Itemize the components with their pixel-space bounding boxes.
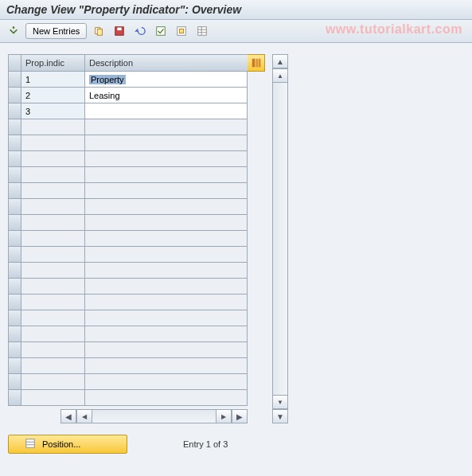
row-selector[interactable] bbox=[8, 215, 21, 231]
scroll-right-last-icon[interactable]: ▶ bbox=[232, 409, 248, 423]
cell-description[interactable] bbox=[84, 310, 248, 326]
cell-indicator[interactable] bbox=[21, 247, 84, 263]
copy-icon[interactable] bbox=[90, 23, 107, 39]
select-all-cell[interactable] bbox=[8, 54, 21, 72]
scroll-down-icon[interactable]: ▼ bbox=[272, 409, 288, 423]
cell-description[interactable] bbox=[84, 279, 248, 295]
cell-description[interactable] bbox=[84, 103, 248, 119]
table-config-icon[interactable] bbox=[248, 54, 265, 72]
cell-indicator[interactable] bbox=[21, 295, 84, 310]
cell-indicator[interactable] bbox=[21, 151, 84, 167]
cell-indicator[interactable] bbox=[21, 358, 84, 374]
column-header-description[interactable]: Description bbox=[84, 54, 248, 72]
cell-description[interactable] bbox=[84, 183, 248, 199]
cell-indicator[interactable] bbox=[21, 342, 84, 358]
table-row-empty bbox=[8, 151, 271, 167]
cell-description[interactable] bbox=[84, 119, 248, 135]
cell-description[interactable] bbox=[84, 199, 248, 215]
scroll-up-step-icon[interactable]: ▲ bbox=[272, 68, 288, 83]
svg-rect-7 bbox=[180, 29, 184, 33]
row-selector[interactable] bbox=[8, 72, 21, 88]
row-selector[interactable] bbox=[8, 326, 21, 342]
table-row-empty bbox=[8, 295, 271, 310]
cell-description[interactable] bbox=[84, 263, 248, 279]
row-selector[interactable] bbox=[8, 231, 21, 247]
select-all-icon[interactable] bbox=[152, 23, 170, 39]
cell-indicator[interactable]: 1 bbox=[21, 72, 84, 88]
scroll-track[interactable] bbox=[272, 83, 288, 395]
table-row-empty bbox=[8, 374, 271, 390]
data-table: Prop.indic Description 1Property2Leasing… bbox=[8, 54, 271, 423]
svg-rect-13 bbox=[256, 59, 259, 68]
row-selector[interactable] bbox=[8, 295, 21, 310]
cell-indicator[interactable] bbox=[21, 279, 84, 295]
scroll-up-icon[interactable]: ▲ bbox=[272, 54, 288, 68]
svg-rect-12 bbox=[252, 59, 255, 68]
cell-indicator[interactable] bbox=[21, 390, 84, 406]
row-selector[interactable] bbox=[8, 279, 21, 295]
cell-indicator[interactable] bbox=[21, 167, 84, 183]
row-selector[interactable] bbox=[8, 374, 21, 390]
cell-indicator[interactable] bbox=[21, 183, 84, 199]
row-selector[interactable] bbox=[8, 183, 21, 199]
row-selector[interactable] bbox=[8, 103, 21, 119]
cell-indicator[interactable] bbox=[21, 215, 84, 231]
cell-description[interactable] bbox=[84, 374, 248, 390]
cell-description[interactable]: Property bbox=[84, 72, 248, 88]
cell-description[interactable] bbox=[84, 231, 248, 247]
undo-icon[interactable] bbox=[131, 23, 149, 39]
cell-description[interactable] bbox=[84, 247, 248, 263]
cell-indicator[interactable] bbox=[21, 263, 84, 279]
table-row-empty bbox=[8, 119, 271, 135]
row-selector[interactable] bbox=[8, 88, 21, 103]
cell-indicator[interactable] bbox=[21, 231, 84, 247]
svg-rect-14 bbox=[259, 59, 260, 68]
row-selector[interactable] bbox=[8, 358, 21, 374]
scroll-left-first-icon[interactable]: ◀ bbox=[60, 409, 76, 423]
position-button[interactable]: Position... bbox=[8, 435, 127, 454]
scroll-left-icon[interactable]: ◀ bbox=[76, 409, 92, 423]
cell-description[interactable] bbox=[84, 135, 248, 151]
cell-description[interactable]: Leasing bbox=[84, 88, 248, 103]
expand-icon[interactable] bbox=[5, 23, 22, 39]
save-icon[interactable] bbox=[111, 23, 128, 39]
row-selector[interactable] bbox=[8, 263, 21, 279]
cell-description[interactable] bbox=[84, 358, 248, 374]
row-selector[interactable] bbox=[8, 310, 21, 326]
row-selector[interactable] bbox=[8, 167, 21, 183]
cell-description[interactable] bbox=[84, 342, 248, 358]
row-selector[interactable] bbox=[8, 151, 21, 167]
deselect-all-icon[interactable] bbox=[173, 23, 190, 39]
cell-description[interactable] bbox=[84, 390, 248, 406]
cell-indicator[interactable] bbox=[21, 119, 84, 135]
cell-description[interactable] bbox=[84, 295, 248, 310]
row-selector[interactable] bbox=[8, 342, 21, 358]
table-settings-icon[interactable] bbox=[193, 23, 211, 39]
table-row[interactable]: 2Leasing bbox=[8, 88, 271, 103]
row-selector[interactable] bbox=[8, 390, 21, 406]
scroll-down-step-icon[interactable]: ▼ bbox=[272, 395, 288, 409]
row-selector[interactable] bbox=[8, 119, 21, 135]
cell-indicator[interactable]: 2 bbox=[21, 88, 84, 103]
cell-description[interactable] bbox=[84, 151, 248, 167]
cell-indicator[interactable] bbox=[21, 199, 84, 215]
cell-indicator[interactable] bbox=[21, 374, 84, 390]
horizontal-scrollbar[interactable]: ◀ ◀ ▶ ▶ bbox=[21, 409, 248, 423]
cell-indicator[interactable] bbox=[21, 310, 84, 326]
cell-indicator[interactable] bbox=[21, 326, 84, 342]
row-selector[interactable] bbox=[8, 135, 21, 151]
cell-description[interactable] bbox=[84, 215, 248, 231]
new-entries-button[interactable]: New Entries bbox=[25, 23, 87, 39]
cell-indicator[interactable]: 3 bbox=[21, 103, 84, 119]
cell-description[interactable] bbox=[84, 167, 248, 183]
row-selector[interactable] bbox=[8, 247, 21, 263]
column-header-indicator[interactable]: Prop.indic bbox=[21, 54, 84, 72]
row-selector[interactable] bbox=[8, 199, 21, 215]
scroll-right-icon[interactable]: ▶ bbox=[216, 409, 232, 423]
cell-description[interactable] bbox=[84, 326, 248, 342]
cell-indicator[interactable] bbox=[21, 135, 84, 151]
table-row[interactable]: 3 bbox=[8, 103, 271, 119]
table-row-empty bbox=[8, 199, 271, 215]
table-row[interactable]: 1Property bbox=[8, 72, 271, 88]
vertical-scrollbar[interactable]: ▲ ▲ ▼ ▼ bbox=[272, 54, 288, 423]
